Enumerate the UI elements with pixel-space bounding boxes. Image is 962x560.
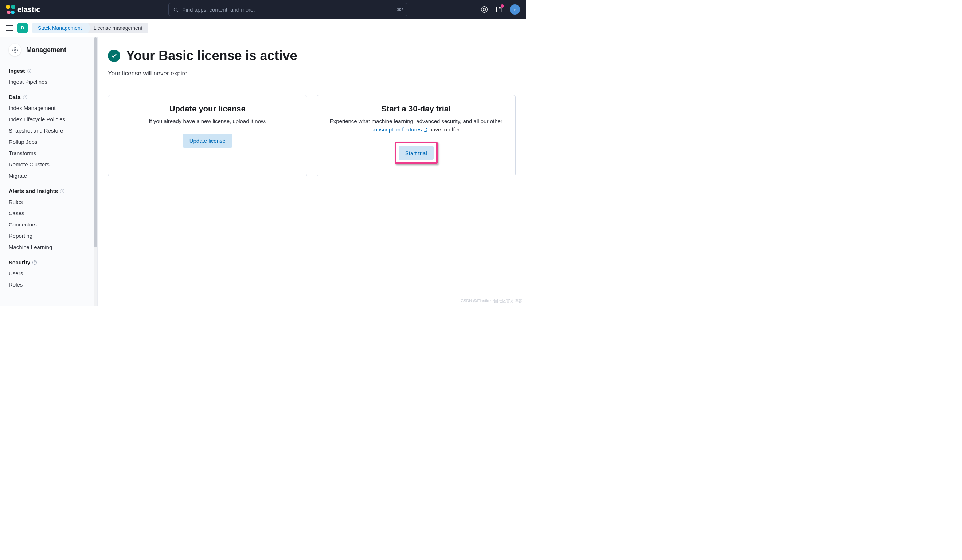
sidebar-item-roles[interactable]: Roles xyxy=(0,279,97,290)
page-title: Your Basic license is active xyxy=(126,48,297,63)
search-icon xyxy=(173,7,179,12)
sidebar: Management Ingest Ingest PipelinesData I… xyxy=(0,37,98,306)
sidebar-item-machine-learning[interactable]: Machine Learning xyxy=(0,241,97,253)
svg-line-1 xyxy=(177,11,178,12)
elastic-logo[interactable]: elastic xyxy=(6,5,40,14)
main-content: Your Basic license is active Your licens… xyxy=(98,37,526,306)
check-icon xyxy=(108,50,120,62)
help-icon[interactable] xyxy=(481,6,488,13)
search-input[interactable] xyxy=(182,6,393,13)
card-heading: Update your license xyxy=(118,104,297,114)
breadcrumb-license-management: License management xyxy=(88,23,148,34)
user-avatar[interactable]: e xyxy=(510,4,520,14)
help-icon[interactable] xyxy=(60,189,65,193)
page-subtitle: Your license will never expire. xyxy=(108,70,516,77)
update-license-card: Update your license If you already have … xyxy=(108,95,307,176)
breadcrumb: Stack Management License management xyxy=(32,23,148,34)
sidebar-section-heading: Data xyxy=(0,94,97,102)
notification-dot xyxy=(501,4,504,8)
svg-point-3 xyxy=(483,8,486,11)
help-icon[interactable] xyxy=(27,69,31,73)
svg-line-7 xyxy=(485,11,487,12)
sidebar-section-heading: Alerts and Insights xyxy=(0,188,97,196)
global-search[interactable]: ⌘/ xyxy=(168,3,407,16)
search-shortcut-hint: ⌘/ xyxy=(397,7,403,12)
sidebar-item-connectors[interactable]: Connectors xyxy=(0,219,97,230)
sidebar-item-reporting[interactable]: Reporting xyxy=(0,230,97,241)
logo-icon xyxy=(6,5,15,14)
sidebar-item-transforms[interactable]: Transforms xyxy=(0,148,97,159)
brand-text: elastic xyxy=(18,5,40,14)
highlight-annotation: Start trial xyxy=(395,142,437,164)
sidebar-item-ingest-pipelines[interactable]: Ingest Pipelines xyxy=(0,76,97,87)
global-header: elastic ⌘/ e xyxy=(0,0,526,19)
breadcrumb-stack-management[interactable]: Stack Management xyxy=(32,23,88,34)
sidebar-title: Management xyxy=(26,46,66,54)
sidebar-item-index-lifecycle-policies[interactable]: Index Lifecycle Policies xyxy=(0,114,97,125)
help-icon[interactable] xyxy=(23,95,27,100)
sidebar-item-remote-clusters[interactable]: Remote Clusters xyxy=(0,159,97,170)
space-selector[interactable]: D xyxy=(18,23,28,33)
sidebar-item-users[interactable]: Users xyxy=(0,268,97,279)
sidebar-item-rules[interactable]: Rules xyxy=(0,196,97,208)
help-icon[interactable] xyxy=(32,260,37,265)
scrollbar-thumb[interactable] xyxy=(94,37,97,247)
sidebar-item-index-management[interactable]: Index Management xyxy=(0,102,97,114)
sidebar-item-rollup-jobs[interactable]: Rollup Jobs xyxy=(0,136,97,148)
svg-line-4 xyxy=(482,7,484,9)
svg-point-0 xyxy=(174,8,178,11)
gear-icon xyxy=(9,44,21,56)
start-trial-card: Start a 30-day trial Experience what mac… xyxy=(317,95,516,176)
svg-line-9 xyxy=(425,128,428,130)
sidebar-section-heading: Ingest xyxy=(0,68,97,76)
sidebar-item-cases[interactable]: Cases xyxy=(0,208,97,219)
sub-header: D Stack Management License management xyxy=(0,19,526,37)
svg-line-6 xyxy=(482,11,484,12)
svg-point-8 xyxy=(14,49,16,51)
card-text: If you already have a new license, uploa… xyxy=(118,117,297,126)
watermark: CSDN @Elastic 中国社区官方博客 xyxy=(461,298,522,304)
newsfeed-icon[interactable] xyxy=(495,6,502,13)
card-heading: Start a 30-day trial xyxy=(327,104,505,114)
svg-line-5 xyxy=(485,7,487,9)
divider xyxy=(108,86,516,86)
nav-toggle-button[interactable] xyxy=(6,24,13,32)
external-link-icon xyxy=(423,128,428,132)
start-trial-button[interactable]: Start trial xyxy=(399,146,434,160)
update-license-button[interactable]: Update license xyxy=(183,134,232,148)
subscription-features-link[interactable]: subscription features xyxy=(371,126,428,132)
card-text: Experience what machine learning, advanc… xyxy=(327,117,505,134)
sidebar-item-migrate[interactable]: Migrate xyxy=(0,170,97,181)
card-text-post: have to offer. xyxy=(428,126,461,132)
card-text-pre: Experience what machine learning, advanc… xyxy=(330,118,502,124)
sidebar-item-snapshot-and-restore[interactable]: Snapshot and Restore xyxy=(0,125,97,136)
sidebar-section-heading: Security xyxy=(0,259,97,268)
